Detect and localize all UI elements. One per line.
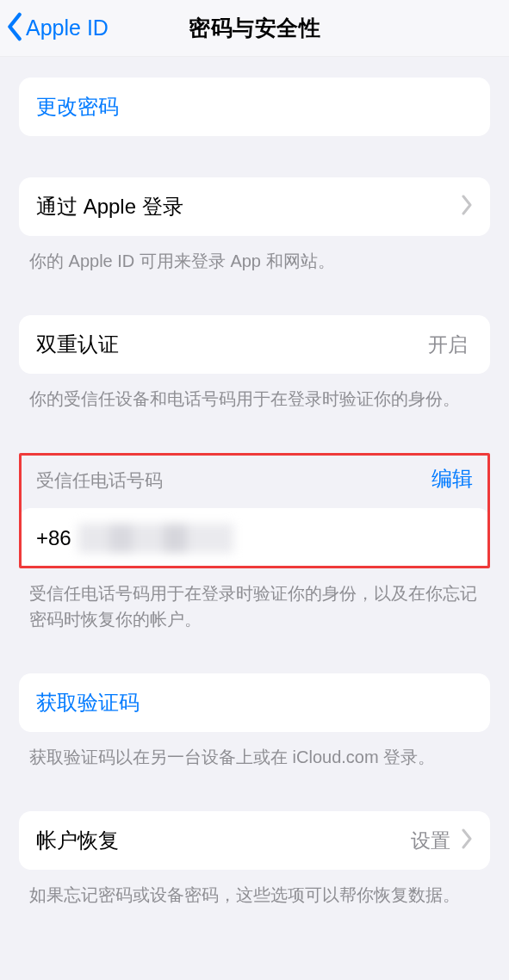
- trusted-phone-header: 受信任电话号码: [36, 468, 163, 493]
- sign-in-with-apple-row[interactable]: 通过 Apple 登录: [19, 177, 490, 236]
- trusted-phone-edit-button[interactable]: 编辑: [431, 465, 473, 493]
- trusted-phone-row[interactable]: +86: [19, 508, 490, 568]
- back-button[interactable]: Apple ID: [0, 12, 109, 45]
- get-code-label: 获取验证码: [36, 689, 140, 716]
- get-code-group: 获取验证码: [19, 673, 490, 732]
- account-recovery-value: 设置: [411, 828, 450, 854]
- chevron-right-icon: [461, 195, 473, 219]
- two-factor-caption: 你的受信任设备和电话号码用于在登录时验证你的身份。: [29, 386, 480, 412]
- sign-in-with-apple-label: 通过 Apple 登录: [36, 193, 183, 220]
- sign-in-with-apple-group: 通过 Apple 登录: [19, 177, 490, 236]
- change-password-label: 更改密码: [36, 93, 119, 121]
- account-recovery-label: 帐户恢复: [36, 827, 119, 854]
- two-factor-row[interactable]: 双重认证 开启: [19, 315, 490, 374]
- trusted-phone-country-code: +86: [36, 526, 71, 550]
- change-password-row[interactable]: 更改密码: [19, 78, 490, 136]
- account-recovery-row[interactable]: 帐户恢复 设置: [19, 811, 490, 870]
- two-factor-value: 开启: [428, 332, 468, 358]
- get-code-caption: 获取验证码以在另一台设备上或在 iCloud.com 登录。: [29, 744, 480, 770]
- page-title: 密码与安全性: [189, 14, 320, 42]
- trusted-phone-block: 受信任电话号码 编辑 +86: [19, 453, 490, 568]
- trusted-phone-caption: 受信任电话号码用于在登录时验证你的身份，以及在你忘记密码时恢复你的帐户。: [29, 580, 480, 632]
- chevron-left-icon: [5, 12, 24, 45]
- get-code-row[interactable]: 获取验证码: [19, 673, 490, 732]
- nav-bar: Apple ID 密码与安全性: [0, 0, 509, 57]
- two-factor-label: 双重认证: [36, 331, 119, 358]
- sign-in-with-apple-caption: 你的 Apple ID 可用来登录 App 和网站。: [29, 248, 480, 274]
- two-factor-group: 双重认证 开启: [19, 315, 490, 374]
- back-label: Apple ID: [26, 16, 109, 40]
- chevron-right-icon: [461, 828, 473, 853]
- account-recovery-caption: 如果忘记密码或设备密码，这些选项可以帮你恢复数据。: [29, 882, 480, 908]
- account-recovery-group: 帐户恢复 设置: [19, 811, 490, 870]
- trusted-phone-redacted: [78, 524, 233, 553]
- change-password-group: 更改密码: [19, 78, 490, 136]
